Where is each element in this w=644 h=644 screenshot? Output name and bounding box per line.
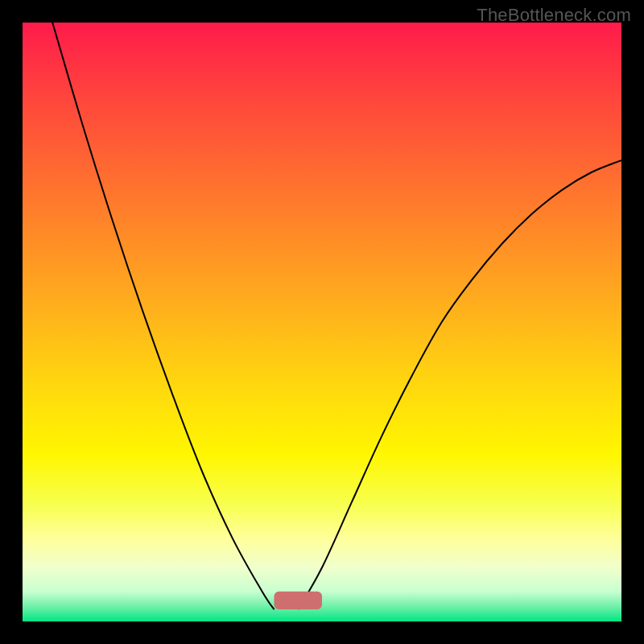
bottleneck-marker <box>274 592 322 609</box>
plot-area <box>23 23 621 621</box>
chart-outer-frame: TheBottleneck.com <box>0 0 644 644</box>
plot-svg <box>23 23 621 621</box>
gradient-backdrop <box>23 23 621 621</box>
